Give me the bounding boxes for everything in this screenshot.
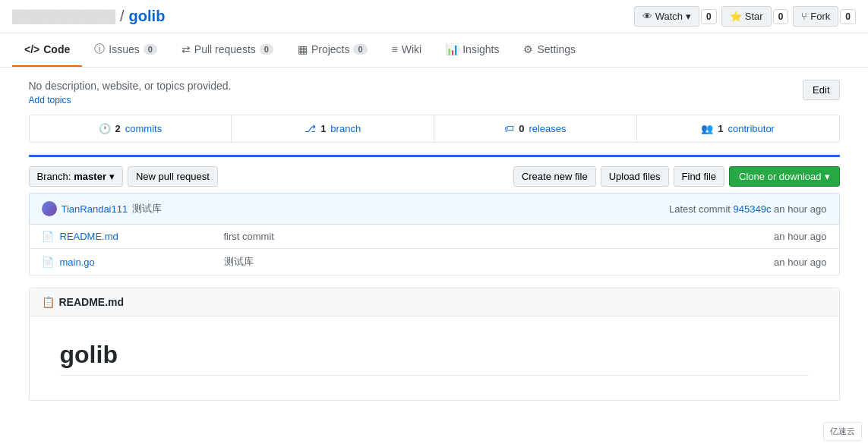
commits-icon: 🕐 — [99, 123, 111, 134]
latest-commit-label: Latest commit — [669, 203, 731, 215]
tab-pr-label: Pull requests — [194, 43, 256, 55]
readme-heading: golib — [60, 341, 809, 376]
repo-title: ████████████ / golib — [12, 8, 165, 25]
file-icon-readme: 📄 — [42, 231, 54, 242]
avatar — [42, 201, 57, 216]
watch-button[interactable]: 👁 Watch ▾ — [634, 6, 699, 27]
star-group: ⭐ Star 0 — [721, 6, 789, 27]
upload-files-button[interactable]: Upload files — [601, 166, 669, 187]
contributors-icon: 👥 — [701, 123, 713, 134]
pr-icon: ⇄ — [181, 43, 191, 55]
insights-icon: 📊 — [446, 43, 459, 55]
file-actions: Create new file Upload files Find file C… — [513, 166, 840, 187]
clone-or-download-button[interactable]: Clone or download ▾ — [729, 166, 839, 187]
edit-button[interactable]: Edit — [803, 80, 839, 100]
progress-bar — [29, 155, 840, 157]
readme-content: golib — [30, 316, 839, 400]
watch-group: 👁 Watch ▾ 0 — [634, 6, 717, 27]
file-link-readme[interactable]: README.md — [60, 231, 212, 242]
tab-code[interactable]: </> Code — [12, 33, 82, 67]
fork-count: 0 — [840, 9, 856, 24]
description-text: No description, website, or topics provi… — [29, 80, 232, 92]
create-new-file-button[interactable]: Create new file — [513, 166, 596, 187]
filename-readme: README.md — [60, 231, 118, 242]
add-topics-link[interactable]: Add topics — [29, 95, 232, 105]
fork-label: Fork — [810, 11, 830, 22]
file-time-readme: an hour ago — [736, 231, 827, 242]
releases-icon: 🏷 — [504, 123, 514, 134]
chevron-icon: ▾ — [686, 11, 691, 22]
stat-releases[interactable]: 🏷 0 releases — [434, 115, 637, 142]
branch-selector[interactable]: Branch: master ▾ — [29, 166, 123, 187]
projects-badge: 0 — [353, 44, 367, 55]
tab-settings-label: Settings — [537, 43, 576, 55]
commit-row: TianRandai111 测试库 Latest commit 945349c … — [29, 193, 840, 225]
author-link[interactable]: TianRandai111 — [62, 203, 128, 215]
branch-label: branch — [330, 123, 361, 134]
tab-pull-requests[interactable]: ⇄ Pull requests 0 — [169, 33, 286, 67]
tab-insights-label: Insights — [462, 43, 499, 55]
readme-header: 📋 README.md — [30, 288, 839, 316]
commits-label: commits — [125, 123, 162, 134]
commit-hash-link[interactable]: 945349c — [734, 203, 772, 215]
branch-count: 1 — [320, 123, 326, 134]
stats-bar: 🕐 2 commits ⎇ 1 branch 🏷 0 releases 👥 1 … — [29, 115, 840, 143]
star-button[interactable]: ⭐ Star — [721, 6, 772, 27]
contributors-label: contributor — [728, 123, 775, 134]
commit-time: an hour ago — [774, 203, 826, 215]
filename-main: main.go — [60, 257, 95, 268]
star-label: Star — [745, 11, 763, 22]
releases-count: 0 — [519, 123, 524, 134]
file-row-main: 📄 main.go 测试库 an hour ago — [30, 249, 839, 275]
repo-name-link[interactable]: golib — [129, 8, 166, 25]
issues-icon: ⓘ — [94, 42, 105, 56]
fork-icon: ⑂ — [801, 11, 807, 22]
branch-name: master — [74, 171, 106, 182]
tab-wiki[interactable]: ≡ Wiki — [380, 33, 434, 67]
tab-settings[interactable]: ⚙ Settings — [511, 33, 588, 67]
stat-commits[interactable]: 🕐 2 commits — [30, 115, 232, 142]
file-table: 📄 README.md first commit an hour ago 📄 m… — [29, 225, 840, 275]
find-file-button[interactable]: Find file — [674, 166, 725, 187]
stat-contributors[interactable]: 👥 1 contributor — [637, 115, 839, 142]
new-pull-request-button[interactable]: New pull request — [128, 166, 218, 187]
branch-icon: ⎇ — [305, 123, 316, 134]
clone-label: Clone or download — [739, 171, 821, 182]
watch-label: Watch — [655, 11, 683, 22]
description-bar: No description, website, or topics provi… — [29, 80, 840, 105]
commit-author: TianRandai111 测试库 — [42, 201, 163, 216]
clone-chevron-icon: ▾ — [825, 171, 830, 182]
tab-code-label: Code — [43, 43, 70, 55]
description-left: No description, website, or topics provi… — [29, 80, 232, 105]
file-link-main[interactable]: main.go — [60, 257, 212, 268]
commit-info: Latest commit 945349c an hour ago — [669, 203, 826, 215]
readme-icon: 📋 — [42, 296, 55, 308]
tab-projects[interactable]: ▦ Projects 0 — [286, 33, 380, 67]
releases-label: releases — [529, 123, 566, 134]
settings-icon: ⚙ — [523, 43, 533, 55]
repo-actions: 👁 Watch ▾ 0 ⭐ Star 0 ⑂ Fork 0 — [634, 6, 856, 27]
stat-branch[interactable]: ⎇ 1 branch — [232, 115, 434, 142]
file-controls: Branch: master ▾ New pull request Create… — [29, 166, 840, 187]
repo-owner: ████████████ — [12, 10, 115, 24]
tab-issues-label: Issues — [109, 43, 139, 55]
issues-badge: 0 — [144, 44, 157, 55]
code-icon: </> — [24, 43, 39, 55]
file-time-main: an hour ago — [736, 257, 827, 268]
pr-badge: 0 — [260, 44, 273, 55]
commit-message: 测试库 — [132, 202, 162, 216]
star-count: 0 — [773, 9, 789, 24]
watch-count: 0 — [701, 9, 717, 24]
tab-issues[interactable]: ⓘ Issues 0 — [82, 33, 169, 67]
branch-label: Branch: — [37, 171, 71, 182]
tab-wiki-label: Wiki — [402, 43, 421, 55]
top-bar: ████████████ / golib 👁 Watch ▾ 0 ⭐ Star … — [0, 0, 868, 33]
main-content: No description, website, or topics provi… — [17, 68, 852, 413]
file-row-readme: 📄 README.md first commit an hour ago — [30, 225, 839, 249]
fork-button[interactable]: ⑂ Fork — [793, 6, 838, 27]
star-icon: ⭐ — [730, 11, 742, 22]
readme-box: 📋 README.md golib — [29, 288, 840, 401]
file-commit-main: 测试库 — [212, 255, 736, 269]
tab-insights[interactable]: 📊 Insights — [434, 33, 511, 67]
file-commit-readme: first commit — [212, 231, 736, 242]
